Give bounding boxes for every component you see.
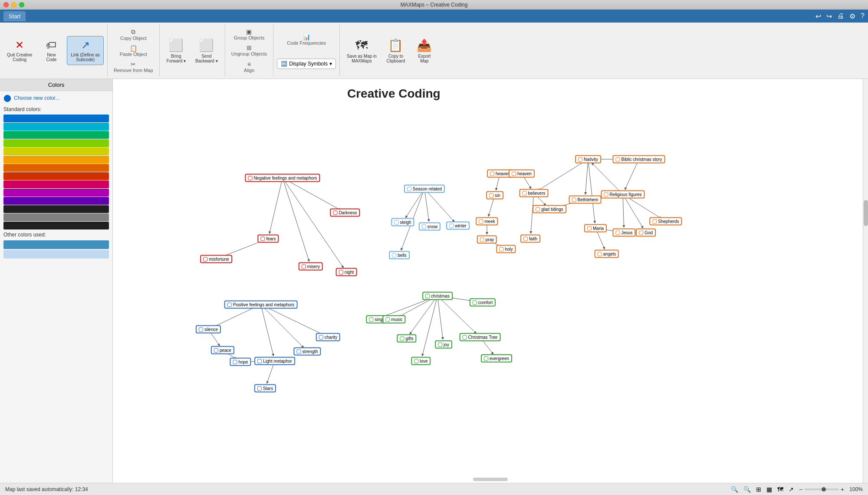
node-charity[interactable]: charity <box>316 333 340 341</box>
share-button[interactable]: ↗ <box>789 486 794 493</box>
node-christmas[interactable]: christmas <box>422 292 453 300</box>
color-swatch[interactable] <box>3 172 109 180</box>
node-angels[interactable]: angels <box>595 250 619 258</box>
node-strength[interactable]: strength <box>293 347 321 356</box>
zoom-slider[interactable] <box>804 488 839 490</box>
tab-start[interactable]: Start <box>3 11 26 21</box>
node-christmas_tree[interactable]: Christmas Tree <box>460 333 501 341</box>
color-swatch[interactable] <box>3 156 109 164</box>
node-holy[interactable]: holy <box>496 245 516 253</box>
canvas-scrollbar[interactable] <box>473 478 508 481</box>
new-code-button[interactable]: 🏷 New Code <box>38 36 64 65</box>
node-gifts[interactable]: gifts <box>397 334 416 343</box>
node-sin[interactable]: sin <box>486 191 503 200</box>
node-sleigh[interactable]: sleigh <box>391 218 414 226</box>
node-icon <box>639 230 643 235</box>
save-as-map-button[interactable]: 🗺 Save as Map in MAXMaps <box>343 36 380 66</box>
choose-color-button[interactable]: ⬤ Choose new color... <box>0 91 112 105</box>
node-peace[interactable]: peace <box>211 346 234 354</box>
undo-button[interactable]: ↩ <box>815 12 821 20</box>
close-button[interactable] <box>3 2 9 7</box>
node-religious_figures[interactable]: Religious figures <box>601 190 645 199</box>
map-button[interactable]: 🗺 <box>777 486 783 493</box>
ungroup-objects-button[interactable]: ⊞ Ungroup Objects <box>229 43 270 58</box>
node-winter[interactable]: winter <box>446 222 470 230</box>
group-objects-button[interactable]: ▣ Group Objects <box>229 27 270 42</box>
color-swatch[interactable] <box>3 123 109 131</box>
color-swatch[interactable] <box>3 164 109 172</box>
node-heaven2[interactable]: heaven <box>509 170 535 178</box>
node-stars[interactable]: Stars <box>254 384 276 393</box>
node-darkness[interactable]: Darkness <box>330 209 360 217</box>
node-joy[interactable]: joy <box>435 341 452 349</box>
node-light_metaphor[interactable]: Light metaphor <box>254 357 295 365</box>
node-bells[interactable]: bells <box>389 251 410 259</box>
node-shepherds[interactable]: Shepherds <box>649 217 682 226</box>
export-map-button[interactable]: 📤 Export Map <box>411 36 437 66</box>
color-swatch[interactable] <box>3 115 109 122</box>
other-color-swatch[interactable] <box>3 250 109 259</box>
map-canvas[interactable]: Creative Coding Negative feelings and me… <box>113 79 868 483</box>
node-music[interactable]: music <box>382 315 405 324</box>
node-meek[interactable]: meek <box>476 217 498 226</box>
zoom-plus[interactable]: + <box>841 486 844 493</box>
color-swatch[interactable] <box>3 213 109 221</box>
send-backward-button[interactable]: ⬜ SendBackward ▾ <box>192 36 221 66</box>
node-maria[interactable]: Maria <box>584 224 607 233</box>
canvas-vscrollbar[interactable] <box>863 79 868 483</box>
node-misfortune[interactable]: misfortune <box>200 255 232 263</box>
maximize-button[interactable] <box>19 2 24 7</box>
search2-button[interactable]: 🔍 <box>743 486 751 493</box>
node-biblic[interactable]: Biblic christmas story <box>613 155 665 164</box>
search-button[interactable]: 🔍 <box>731 486 738 493</box>
node-bethlehem[interactable]: Bethlehem <box>569 196 602 204</box>
node-faith[interactable]: faith <box>520 235 540 243</box>
help-button[interactable]: ? <box>861 12 865 20</box>
color-swatch[interactable] <box>3 189 109 197</box>
node-evergreen[interactable]: evergreen <box>481 354 512 363</box>
bring-forward-button[interactable]: ⬜ BringForward ▾ <box>163 36 189 66</box>
color-swatch[interactable] <box>3 131 109 139</box>
paste-object-button[interactable]: 📋 Paste Object <box>111 43 155 58</box>
node-season_related[interactable]: Season related <box>404 185 445 193</box>
color-swatch[interactable] <box>3 148 109 155</box>
node-silence[interactable]: silence <box>196 325 221 334</box>
display-symbols-dropdown[interactable]: 🔤 Display Symbols ▾ <box>277 59 336 69</box>
node-nativity[interactable]: Nativity <box>575 155 601 164</box>
node-negative_feelings[interactable]: Negative feelings and metaphors <box>245 174 320 182</box>
minimize-button[interactable] <box>11 2 16 7</box>
copy-object-button[interactable]: ⧉ Copy Object <box>111 27 155 42</box>
node-god[interactable]: God <box>636 229 656 237</box>
color-swatch[interactable] <box>3 180 109 188</box>
code-frequencies-button[interactable]: 📊 Code Frequencies <box>277 32 336 47</box>
node-label-season_related: Season related <box>413 187 442 191</box>
print-button[interactable]: 🖨 <box>837 12 844 20</box>
node-love[interactable]: love <box>411 357 431 365</box>
quit-creative-coding-button[interactable]: ✕ Quit Creative Coding <box>3 36 36 65</box>
remove-from-map-button[interactable]: ✂ Remove from Map <box>111 59 155 74</box>
color-swatch[interactable] <box>3 197 109 205</box>
color-swatch[interactable] <box>3 205 109 213</box>
node-snow[interactable]: snow <box>419 223 441 231</box>
node-misery[interactable]: misery <box>299 262 323 271</box>
node-believers[interactable]: believers <box>519 189 548 197</box>
node-comfort[interactable]: comfort <box>470 298 496 307</box>
color-swatch[interactable] <box>3 222 109 229</box>
align-button[interactable]: ≡ Align <box>229 59 270 74</box>
redo-button[interactable]: ↪ <box>826 12 832 20</box>
color-swatch[interactable] <box>3 139 109 147</box>
table-button[interactable]: ▦ <box>766 486 772 493</box>
node-jesus[interactable]: Jesus <box>612 229 635 237</box>
node-glad_tidings[interactable]: glad tidings <box>533 205 566 213</box>
settings-button[interactable]: ⚙ <box>849 12 855 20</box>
node-night[interactable]: night <box>336 268 357 276</box>
other-color-swatch[interactable] <box>3 240 109 249</box>
node-pray[interactable]: pray <box>477 236 497 244</box>
node-positive_feelings[interactable]: Positive feelings and metaphors <box>224 301 298 309</box>
link-define-subcode-button[interactable]: ↗ Link (Define as Subcode) <box>67 36 104 65</box>
zoom-minus[interactable]: − <box>799 486 802 493</box>
node-fears[interactable]: fears <box>257 235 279 243</box>
node-hope[interactable]: hope <box>230 358 251 366</box>
grid-button[interactable]: ⊞ <box>756 486 761 493</box>
copy-to-clipboard-button[interactable]: 📋 Copy to Clipboard <box>383 36 409 66</box>
